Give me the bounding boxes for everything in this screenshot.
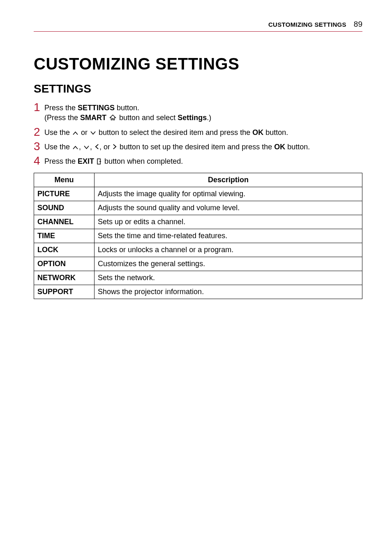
menu-desc: Adjusts the sound quality and volume lev… bbox=[95, 201, 362, 215]
step-number: 1 bbox=[34, 101, 44, 113]
table-row: TIME Sets the time and time-related feat… bbox=[34, 229, 362, 243]
header-page-number: 89 bbox=[354, 20, 362, 29]
steps-list: 1 Press the SETTINGS button. (Press the … bbox=[34, 101, 362, 167]
table-row: LOCK Locks or unlocks a channel or a pro… bbox=[34, 243, 362, 257]
chevron-down-icon bbox=[83, 142, 90, 152]
step-1: 1 Press the SETTINGS button. (Press the … bbox=[34, 101, 362, 123]
chevron-up-icon bbox=[72, 142, 78, 152]
text bbox=[94, 157, 96, 165]
chevron-right-icon bbox=[113, 142, 117, 152]
page-header: CUSTOMIZING SETTINGS 89 bbox=[34, 20, 362, 32]
text: button to select the desired item and pr… bbox=[97, 128, 252, 137]
step-number: 2 bbox=[34, 126, 44, 138]
menu-name: LOCK bbox=[34, 243, 95, 257]
text: button to set up the desired item and pr… bbox=[118, 143, 274, 151]
header-section-title: CUSTOMIZING SETTINGS bbox=[268, 21, 346, 28]
button-label: SMART bbox=[80, 114, 106, 122]
table-row: SOUND Adjusts the sound quality and volu… bbox=[34, 201, 362, 215]
menu-name: TIME bbox=[34, 229, 95, 243]
menu-desc: Adjusts the image quality for optimal vi… bbox=[95, 187, 362, 201]
menu-table: Menu Description PICTURE Adjusts the ima… bbox=[34, 173, 362, 299]
text: Press the bbox=[44, 157, 78, 165]
step-4: 4 Press the EXIT button when completed. bbox=[34, 155, 362, 167]
step-body: Press the EXIT button when completed. bbox=[44, 155, 183, 167]
menu-desc: Customizes the general settings. bbox=[95, 257, 362, 271]
step-body: Press the SETTINGS button. (Press the SM… bbox=[44, 101, 211, 123]
text: Press the bbox=[44, 104, 78, 112]
chevron-down-icon bbox=[90, 128, 96, 138]
home-icon bbox=[109, 113, 116, 123]
button-label: OK bbox=[252, 128, 263, 137]
menu-desc: Sets the time and time-related features. bbox=[95, 229, 362, 243]
step-number: 4 bbox=[34, 155, 44, 167]
text bbox=[106, 114, 108, 122]
text: , bbox=[90, 143, 94, 151]
button-label: SETTINGS bbox=[78, 104, 115, 112]
step-2: 2 Use the or button to select the desire… bbox=[34, 126, 362, 138]
step-body: Use the or button to select the desired … bbox=[44, 126, 288, 138]
col-header-description: Description bbox=[95, 173, 362, 187]
button-label: EXIT bbox=[78, 157, 94, 165]
menu-desc: Sets up or edits a channel. bbox=[95, 215, 362, 229]
table-row: OPTION Customizes the general settings. bbox=[34, 257, 362, 271]
table-row: SUPPORT Shows the projector information. bbox=[34, 285, 362, 299]
text: button. bbox=[263, 128, 288, 137]
menu-name: OPTION bbox=[34, 257, 95, 271]
button-label: OK bbox=[274, 143, 285, 151]
chevron-up-icon bbox=[72, 128, 78, 138]
menu-name: SOUND bbox=[34, 201, 95, 215]
col-header-menu: Menu bbox=[34, 173, 95, 187]
exit-icon bbox=[97, 157, 101, 167]
text: Use the bbox=[44, 143, 72, 151]
text: , or bbox=[99, 143, 112, 151]
text: button. bbox=[285, 143, 310, 151]
table-row: PICTURE Adjusts the image quality for op… bbox=[34, 187, 362, 201]
text: .) bbox=[207, 114, 211, 122]
text: , bbox=[79, 143, 83, 151]
page-title: CUSTOMIZING SETTINGS bbox=[34, 55, 362, 73]
text: or bbox=[79, 128, 90, 137]
text: button when completed. bbox=[102, 157, 183, 165]
menu-desc: Shows the projector information. bbox=[95, 285, 362, 299]
step-number: 3 bbox=[34, 140, 44, 152]
menu-name: NETWORK bbox=[34, 271, 95, 285]
text: (Press the bbox=[44, 114, 80, 122]
table-row: NETWORK Sets the network. bbox=[34, 271, 362, 285]
step-body: Use the , , , or button to set up the de… bbox=[44, 140, 310, 152]
text: button and select bbox=[117, 114, 178, 122]
menu-desc: Locks or unlocks a channel or a program. bbox=[95, 243, 362, 257]
sub-line: (Press the SMART button and select Setti… bbox=[44, 113, 211, 123]
page-content: CUSTOMIZING SETTINGS 89 CUSTOMIZING SETT… bbox=[0, 0, 392, 329]
chevron-left-icon bbox=[95, 142, 99, 152]
text: button. bbox=[115, 104, 139, 112]
menu-desc: Sets the network. bbox=[95, 271, 362, 285]
menu-name: PICTURE bbox=[34, 187, 95, 201]
text: Use the bbox=[44, 128, 72, 137]
table-header-row: Menu Description bbox=[34, 173, 362, 187]
table-row: CHANNEL Sets up or edits a channel. bbox=[34, 215, 362, 229]
menu-name: CHANNEL bbox=[34, 215, 95, 229]
step-3: 3 Use the , , , or button to set up the … bbox=[34, 140, 362, 152]
section-title: SETTINGS bbox=[34, 82, 362, 95]
menu-name: SUPPORT bbox=[34, 285, 95, 299]
button-label: Settings bbox=[178, 114, 207, 122]
